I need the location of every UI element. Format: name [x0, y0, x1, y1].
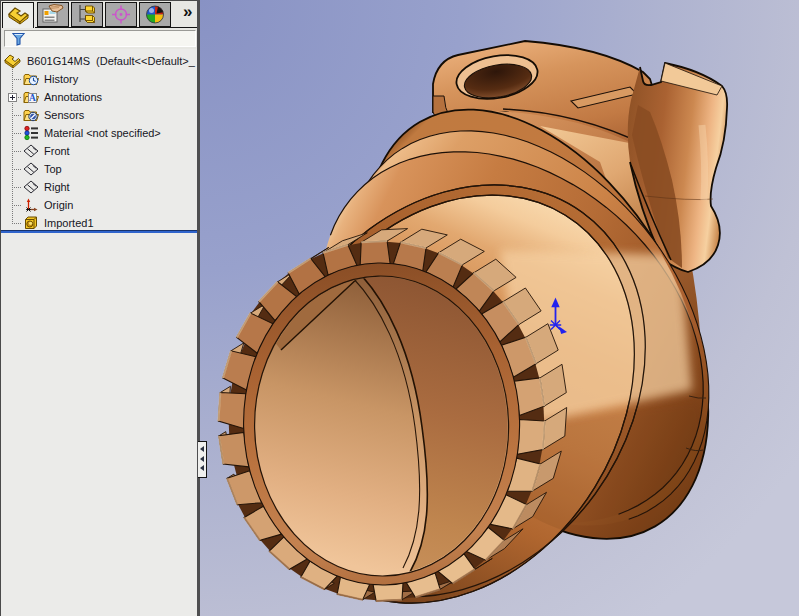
svg-text:A: A: [29, 93, 36, 103]
